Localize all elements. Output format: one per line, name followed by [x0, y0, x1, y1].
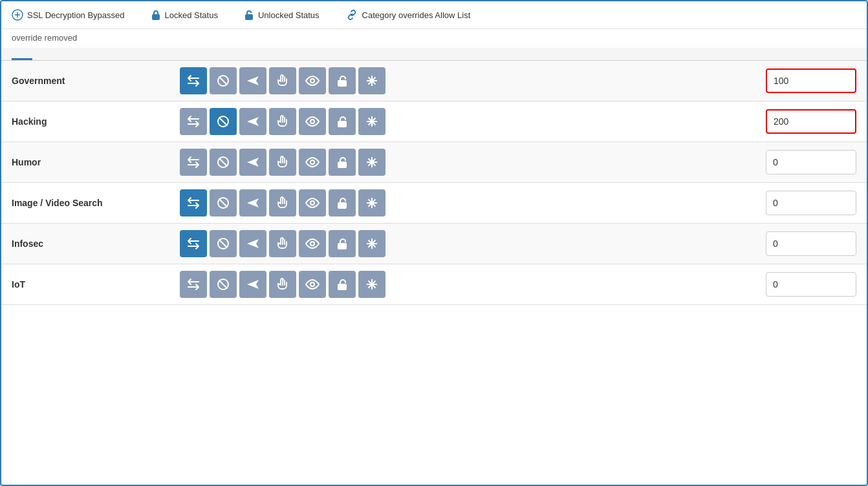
svg-rect-16	[338, 121, 347, 127]
category-row: Humor	[1, 142, 867, 183]
action-btn-hacking-6[interactable]	[358, 108, 385, 135]
category-name-image-video-search: Image / Video Search	[12, 198, 180, 208]
action-buttons-hacking	[180, 108, 740, 135]
svg-rect-4	[245, 14, 253, 20]
action-btn-infosec-4[interactable]	[299, 230, 326, 257]
action-btn-government-0[interactable]	[180, 67, 207, 94]
action-btn-image-video-search-0[interactable]	[180, 189, 207, 217]
action-btn-iot-0[interactable]	[180, 271, 207, 298]
action-buttons-infosec	[180, 230, 740, 257]
action-btn-iot-4[interactable]	[299, 271, 326, 298]
score-input-image-video-search[interactable]	[766, 191, 856, 215]
action-btn-image-video-search-4[interactable]	[299, 189, 326, 217]
action-btn-humor-2[interactable]	[239, 149, 266, 176]
legend-bar: SSL Decryption Bypassed Locked Status	[1, 1, 867, 29]
score-input-government[interactable]	[766, 69, 856, 93]
action-btn-hacking-4[interactable]	[299, 108, 326, 135]
action-buttons-humor	[180, 149, 740, 176]
unlocked-status-label: Unlocked Status	[258, 10, 320, 20]
category-row: Infosec	[1, 224, 867, 264]
action-btn-humor-0[interactable]	[180, 149, 207, 176]
svg-rect-24	[338, 162, 347, 168]
action-btn-infosec-1[interactable]	[210, 230, 237, 257]
action-btn-iot-5[interactable]	[329, 271, 356, 298]
svg-point-7	[310, 79, 314, 83]
svg-rect-8	[338, 80, 347, 87]
svg-line-46	[219, 280, 228, 289]
categories-table: GovernmentHackingHumorImage / Video Sear…	[1, 61, 867, 305]
action-btn-hacking-2[interactable]	[239, 108, 266, 135]
tab-1[interactable]	[12, 48, 32, 60]
tab-2[interactable]	[35, 48, 56, 60]
action-btn-image-video-search-5[interactable]	[329, 189, 356, 217]
action-btn-iot-2[interactable]	[239, 271, 266, 298]
action-btn-infosec-0[interactable]	[180, 230, 207, 257]
action-btn-image-video-search-6[interactable]	[358, 189, 385, 217]
legend-category-overrides: Category overrides Allow List	[345, 9, 471, 21]
action-btn-hacking-5[interactable]	[329, 108, 356, 135]
link-icon	[12, 9, 23, 21]
action-btn-government-1[interactable]	[210, 67, 237, 94]
legend-unlocked-status: Unlocked Status	[244, 9, 320, 21]
svg-point-47	[310, 282, 314, 286]
svg-line-6	[219, 77, 228, 85]
category-row: IoT	[1, 264, 867, 305]
svg-point-39	[310, 242, 314, 246]
tab-3[interactable]	[58, 48, 79, 60]
category-row: Government	[1, 61, 867, 101]
category-name-humor: Humor	[12, 157, 180, 167]
action-btn-humor-1[interactable]	[210, 149, 237, 176]
score-input-humor[interactable]	[766, 150, 856, 174]
svg-rect-40	[338, 243, 347, 249]
legend-locked-status: Locked Status	[151, 9, 218, 21]
action-buttons-government	[180, 67, 740, 94]
ssl-bypassed-label: SSL Decryption Bypassed	[27, 10, 125, 20]
action-btn-image-video-search-2[interactable]	[239, 189, 266, 217]
score-input-iot[interactable]	[766, 272, 856, 297]
category-name-iot: IoT	[12, 279, 180, 290]
legend-ssl-bypassed: SSL Decryption Bypassed	[12, 9, 125, 21]
action-btn-government-3[interactable]	[269, 67, 296, 94]
score-input-infosec[interactable]	[766, 231, 856, 256]
action-btn-humor-3[interactable]	[269, 149, 296, 176]
action-btn-government-6[interactable]	[358, 67, 385, 94]
action-btn-hacking-3[interactable]	[269, 108, 296, 135]
action-btn-government-2[interactable]	[239, 67, 266, 94]
action-btn-iot-6[interactable]	[358, 271, 385, 298]
svg-line-14	[219, 118, 228, 126]
action-buttons-image-video-search	[180, 189, 740, 217]
category-row: Hacking	[1, 101, 867, 142]
svg-line-22	[219, 158, 228, 167]
category-name-hacking: Hacking	[12, 116, 180, 127]
action-btn-infosec-2[interactable]	[239, 230, 266, 257]
tab-bar	[1, 48, 867, 61]
action-btn-government-4[interactable]	[299, 67, 326, 94]
action-btn-infosec-5[interactable]	[329, 230, 356, 257]
lock-icon	[151, 9, 161, 21]
category-row: Image / Video Search	[1, 183, 867, 224]
category-name-infosec: Infosec	[12, 238, 180, 249]
tab-5[interactable]	[105, 48, 125, 60]
svg-rect-3	[152, 14, 160, 20]
action-btn-image-video-search-3[interactable]	[269, 189, 296, 217]
unlocked-icon	[244, 9, 254, 21]
score-input-hacking[interactable]	[766, 109, 856, 134]
tab-4[interactable]	[81, 48, 102, 60]
chain-icon	[345, 9, 358, 21]
action-btn-humor-4[interactable]	[299, 149, 326, 176]
action-btn-infosec-6[interactable]	[358, 230, 385, 257]
action-btn-humor-6[interactable]	[358, 149, 385, 176]
action-btn-infosec-3[interactable]	[269, 230, 296, 257]
action-btn-iot-3[interactable]	[269, 271, 296, 298]
svg-point-23	[310, 160, 314, 164]
svg-rect-32	[338, 202, 347, 209]
action-btn-government-5[interactable]	[329, 67, 356, 94]
svg-line-38	[219, 240, 228, 248]
svg-point-31	[310, 201, 314, 205]
action-buttons-iot	[180, 271, 740, 298]
action-btn-image-video-search-1[interactable]	[210, 189, 237, 217]
action-btn-hacking-0[interactable]	[180, 108, 207, 135]
action-btn-humor-5[interactable]	[329, 149, 356, 176]
action-btn-iot-1[interactable]	[210, 271, 237, 298]
action-btn-hacking-1[interactable]	[210, 108, 237, 135]
